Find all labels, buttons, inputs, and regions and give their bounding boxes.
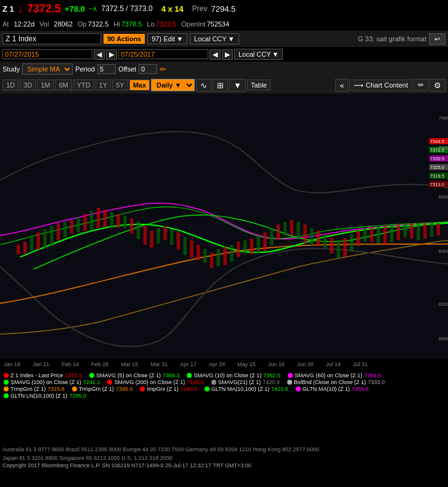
legend-label: SMAVG (100) on Close (Z 1) [10,379,81,385]
period-3d[interactable]: 3D [20,80,36,91]
legend-item: GLTN MA(10,100) (Z 1) 7421.6 [205,386,288,392]
legend-label: GLTN MA(10,100) (Z 1) [211,386,269,392]
svg-rect-39 [217,249,220,266]
legend-item: BolBnd (Close on Close (Z 1) 7333.0 [287,379,385,385]
legend-color [288,373,293,378]
pencil-study-icon[interactable]: ✏ [160,65,166,74]
period-6m[interactable]: 6M [55,80,71,91]
legend-color [296,387,301,391]
bid-ask: 7372.5 / 7373.0 [101,4,152,13]
svg-rect-13 [43,229,46,248]
price-bar: Z 1 ↓ 7372.5 +78.0 ~∧ 7372.5 / 7373.0 4 … [0,0,448,17]
legend-label: SMAVG(21) (Z 1) [218,379,261,385]
footer-line2: Japan 81 3 3201 8900 Singapore 65 6212 1… [2,454,446,462]
date-to-input[interactable] [118,49,208,59]
footer-line1: Australia 61 3 9777 8600 Brazil 5511 239… [2,446,446,454]
openint-item: OpenInt 752534 [181,20,229,28]
svg-rect-59 [350,234,353,252]
date-tick: Feb 14 [62,361,79,367]
date-tick: Mar 31 [150,361,168,367]
settings-button[interactable]: ⚙ [430,79,446,92]
period-1y[interactable]: 1Y [96,80,111,91]
svg-rect-36 [197,245,200,260]
svg-rect-32 [170,229,173,245]
frequency-select[interactable]: Daily ▼ [151,79,195,91]
legend-value: 7352.5 [263,372,280,379]
legend-item: TrmpGrn (Z 1) 7315.8 [4,386,65,392]
svg-text:7344.5: 7344.5 [430,139,444,144]
legend-label: TrmpGrn (Z 1) [79,386,114,392]
settings-chart-btn[interactable]: ▼ [229,79,246,92]
pencil-button[interactable]: ✏ [413,79,428,91]
chart-area: 7344.5 7372.5 7339.5 7325.0 7319.5 7313.… [0,94,448,359]
study-label: Study [2,65,20,73]
table-button[interactable]: Table [247,80,271,91]
date-tick: Jul 31 [353,361,368,367]
date-tick: Apr 28 [209,361,226,367]
chart-content-label: Chart Content [366,81,408,89]
date-next-button[interactable]: ▶ [106,49,117,60]
period-1m[interactable]: 1M [37,80,54,91]
date-prev-button[interactable]: ◀ [94,49,105,60]
offset-input[interactable] [139,64,157,74]
svg-rect-58 [343,238,346,256]
ticker-label: Z 1 [2,4,14,14]
actions-button[interactable]: 90 Actions [104,34,145,44]
local-ccy-button[interactable]: Local CCY ▼ [190,33,238,44]
date-to-prev-button[interactable]: ◀ [210,49,221,60]
legend-item: SMAVG (10) on Close (Z 1) 7352.5 [187,372,280,379]
legend-value: 7440.0 [180,386,197,392]
svg-rect-71 [430,223,433,237]
chart-content-button[interactable]: ⟿ Chart Content [349,80,412,91]
legend-value: 7315.8 [47,386,65,392]
edit-label: 97) Edit [152,35,175,43]
legend-color [4,380,9,385]
nav-left-button[interactable]: « [335,79,348,92]
high-item: Hi 7378.5 [113,20,142,28]
svg-text:6600: 6600 [439,194,448,200]
date-to-next-button[interactable]: ▶ [222,49,233,60]
return-button[interactable]: ↩ [429,33,446,45]
svg-rect-60 [357,231,360,246]
legend-label: SMAVG (10) on Close (Z 1) [193,372,261,379]
svg-rect-69 [417,223,420,240]
legend-color [72,387,77,391]
svg-rect-40 [223,247,226,265]
period-1d[interactable]: 1D [2,80,18,91]
svg-text:6200: 6200 [439,301,448,307]
legend-color [187,373,192,378]
size-info: 4 x 14 [161,4,184,14]
edit-button[interactable]: 97) Edit ▼ [147,33,187,44]
date-tick: May 15 [237,361,256,367]
svg-rect-48 [277,224,280,240]
legend-label: SMAVG (5) on Close (Z 1) [96,372,161,379]
period-max[interactable]: Max [129,80,150,91]
svg-rect-66 [397,224,400,240]
local-ccy-btn2[interactable]: Local CCY ▼ [234,49,283,60]
svg-rect-21 [97,208,100,227]
svg-text:7325.0: 7325.0 [430,165,444,170]
legend-label: BolBnd (Close on Close (Z 1) [294,379,366,385]
legend-item: TrmpGrn (Z 1) 7345.0 [72,386,133,392]
svg-rect-15 [57,223,60,240]
ticker-input[interactable] [2,33,101,44]
period-5y[interactable]: 5Y [112,80,128,91]
legend-label: TrmpGrn (Z 1) [10,386,46,392]
study-select[interactable]: Simple MA [22,63,73,75]
date-tick: Apr 17 [180,361,197,367]
legend-label: SMAVG (60) on Close (Z 1) [295,372,362,379]
legend-color [4,387,9,391]
svg-rect-16 [63,222,67,237]
svg-rect-17 [70,220,73,234]
svg-rect-53 [310,228,313,245]
line-chart-btn[interactable]: ∿ [196,79,211,92]
period-ytd[interactable]: YTD [73,80,94,91]
date-from-input[interactable] [2,49,92,59]
svg-rect-34 [184,237,187,255]
main-toolbar: 90 Actions 97) Edit ▼ Local CCY ▼ G 33: … [0,31,448,47]
svg-rect-24 [116,214,120,227]
period-input[interactable] [97,64,116,74]
candle-chart-btn[interactable]: ⊞ [213,79,228,92]
svg-text:7313.0: 7313.0 [430,182,444,187]
svg-rect-29 [150,231,153,248]
